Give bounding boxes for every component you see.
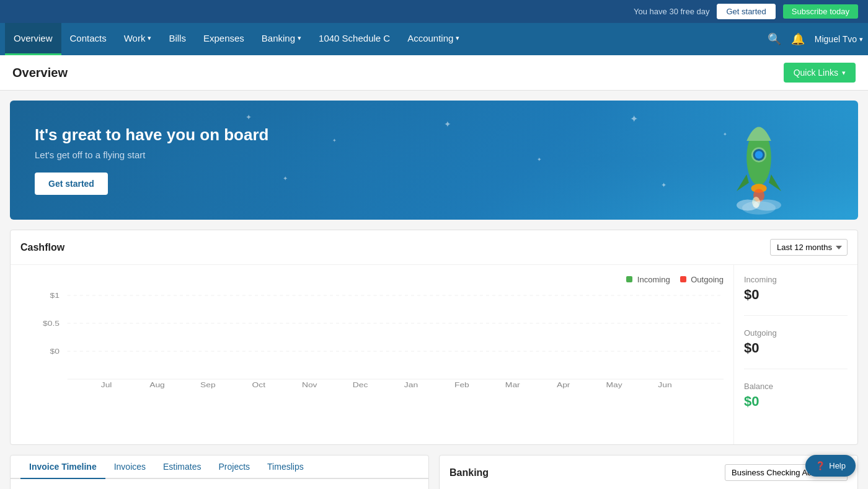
quick-links-label: Quick Links: [794, 68, 838, 78]
star-decoration: ✦: [283, 175, 288, 182]
svg-point-8: [742, 201, 776, 215]
balance-stat-value: $0: [744, 393, 848, 410]
nav-contacts-label: Contacts: [70, 33, 107, 43]
hero-banner: ✦ ✦ ✦ ✦ ✦ ✦ ✦ ✦ It's great to have you o…: [10, 101, 858, 220]
svg-text:Nov: Nov: [302, 381, 317, 388]
svg-text:Oct: Oct: [252, 381, 266, 388]
svg-text:Apr: Apr: [557, 381, 570, 388]
help-icon: ❓: [815, 461, 825, 470]
page-title: Overview: [12, 66, 68, 80]
free-trial-text: You have 30 free day: [634, 7, 709, 16]
nav-bills-label: Bills: [169, 33, 186, 43]
incoming-legend-label: Incoming: [637, 275, 670, 284]
nav-work[interactable]: Work ▾: [115, 23, 161, 55]
nav-banking[interactable]: Banking ▾: [253, 23, 310, 55]
star-decoration: ✦: [661, 181, 666, 189]
nav-right-actions: 🔍 🔔 Miguel Tvo ▾: [768, 23, 863, 55]
svg-text:Jun: Jun: [658, 381, 671, 388]
incoming-stat-value: $0: [744, 287, 848, 303]
chart-legend: Incoming Outgoing: [20, 275, 724, 284]
nav-accounting[interactable]: Accounting ▾: [399, 23, 468, 55]
cashflow-title: Cashflow: [20, 242, 64, 253]
nav-bills[interactable]: Bills: [160, 23, 195, 55]
outgoing-stat-value: $0: [744, 340, 848, 356]
quick-links-button[interactable]: Quick Links ▾: [784, 63, 856, 83]
nav-overview[interactable]: Overview: [5, 23, 61, 55]
nav-schedule-c[interactable]: 1040 Schedule C: [310, 23, 399, 55]
banking-header: Banking Business Checking Account: [440, 455, 857, 489]
nav-schedule-c-label: 1040 Schedule C: [319, 33, 390, 43]
svg-text:$0: $0: [50, 348, 60, 355]
user-menu-chevron-icon: ▾: [859, 35, 863, 43]
svg-text:$1: $1: [50, 292, 60, 299]
main-navbar: Overview Contacts Work ▾ Bills Expenses …: [0, 23, 868, 55]
banking-card: Banking Business Checking Account 🏦 Busi…: [439, 455, 858, 489]
tab-estimates[interactable]: Estimates: [154, 455, 210, 479]
nav-work-label: Work: [124, 33, 146, 43]
nav-overview-label: Overview: [14, 33, 53, 43]
cashflow-stats: Incoming $0 Outgoing $0 Balance $0: [733, 265, 857, 444]
help-button[interactable]: ❓ Help: [805, 455, 856, 477]
cashflow-chart-area: Incoming Outgoing $1 $0.5 $0: [11, 265, 733, 444]
bottom-section: Invoice Timeline Invoices Estimates Proj…: [10, 455, 858, 489]
tab-invoices[interactable]: Invoices: [105, 455, 154, 479]
chevron-down-icon-quicklinks: ▾: [842, 69, 846, 77]
incoming-stat-label: Incoming: [744, 275, 848, 284]
outgoing-legend-dot: [680, 276, 686, 282]
svg-text:Jul: Jul: [101, 381, 112, 388]
svg-text:May: May: [606, 381, 623, 388]
main-content: ✦ ✦ ✦ ✦ ✦ ✦ ✦ ✦ It's great to have you o…: [0, 91, 868, 489]
incoming-stat: Incoming $0: [744, 275, 848, 316]
cashflow-period-selector[interactable]: Last 12 months Last 6 months Last 3 mont…: [770, 239, 848, 256]
tab-invoices-label: Invoices: [114, 462, 146, 472]
invoice-timeline-card: Invoice Timeline Invoices Estimates Proj…: [10, 455, 429, 489]
search-icon[interactable]: 🔍: [768, 32, 781, 46]
hero-cta-button[interactable]: Get started: [35, 173, 108, 195]
top-banner: You have 30 free day Get started Subscri…: [0, 0, 868, 23]
nav-banking-label: Banking: [262, 33, 295, 43]
outgoing-stat: Outgoing $0: [744, 328, 848, 369]
page-header: Overview Quick Links ▾: [0, 55, 868, 91]
tab-projects-label: Projects: [219, 462, 250, 472]
nav-contacts[interactable]: Contacts: [61, 23, 115, 55]
svg-text:Jan: Jan: [404, 381, 418, 388]
chevron-down-icon-accounting: ▾: [456, 34, 459, 42]
chevron-down-icon: ▾: [148, 34, 151, 42]
incoming-legend-dot: [626, 276, 632, 282]
banking-title: Banking: [450, 467, 489, 478]
outgoing-legend-label: Outgoing: [691, 275, 724, 284]
cashflow-header: Cashflow Last 12 months Last 6 months La…: [11, 230, 857, 265]
hero-title: It's great to have you on board: [35, 125, 833, 145]
tab-invoice-timeline-label: Invoice Timeline: [29, 462, 97, 472]
star-decoration: ✦: [630, 113, 638, 125]
star-decoration: ✦: [246, 113, 252, 122]
user-name: Miguel Tvo: [815, 34, 857, 44]
svg-text:$0.5: $0.5: [43, 320, 60, 327]
balance-stat: Balance $0: [744, 382, 848, 422]
tab-timeslips-label: Timeslips: [267, 462, 304, 472]
help-label: Help: [829, 461, 846, 470]
user-menu[interactable]: Miguel Tvo ▾: [815, 34, 863, 44]
incoming-legend: Incoming: [626, 275, 670, 284]
invoice-tabs: Invoice Timeline Invoices Estimates Proj…: [11, 455, 428, 479]
svg-text:Feb: Feb: [454, 381, 469, 388]
get-started-top-button[interactable]: Get started: [717, 4, 775, 19]
cashflow-svg-chart: $1 $0.5 $0 Jul Aug Sep Oct Nov Dec Jan F…: [20, 289, 724, 388]
rocket-illustration: [697, 107, 821, 220]
tab-projects[interactable]: Projects: [210, 455, 259, 479]
chevron-down-icon-banking: ▾: [298, 34, 301, 42]
tab-invoice-timeline[interactable]: Invoice Timeline: [20, 455, 105, 479]
balance-stat-label: Balance: [744, 382, 848, 391]
nav-accounting-label: Accounting: [407, 33, 453, 43]
bell-icon[interactable]: 🔔: [791, 32, 805, 46]
subscribe-button[interactable]: Subscribe today: [783, 4, 858, 19]
hero-subtitle: Let's get off to a flying start: [35, 150, 833, 160]
cashflow-body: Incoming Outgoing $1 $0.5 $0: [11, 265, 857, 444]
tab-estimates-label: Estimates: [163, 462, 201, 472]
invoice-chart-body: Overdue Due Paid $200: [11, 479, 428, 489]
svg-text:Aug: Aug: [149, 381, 165, 388]
outgoing-legend: Outgoing: [680, 275, 724, 284]
tab-timeslips[interactable]: Timeslips: [259, 455, 312, 479]
nav-expenses[interactable]: Expenses: [195, 23, 253, 55]
svg-text:Sep: Sep: [200, 381, 216, 388]
